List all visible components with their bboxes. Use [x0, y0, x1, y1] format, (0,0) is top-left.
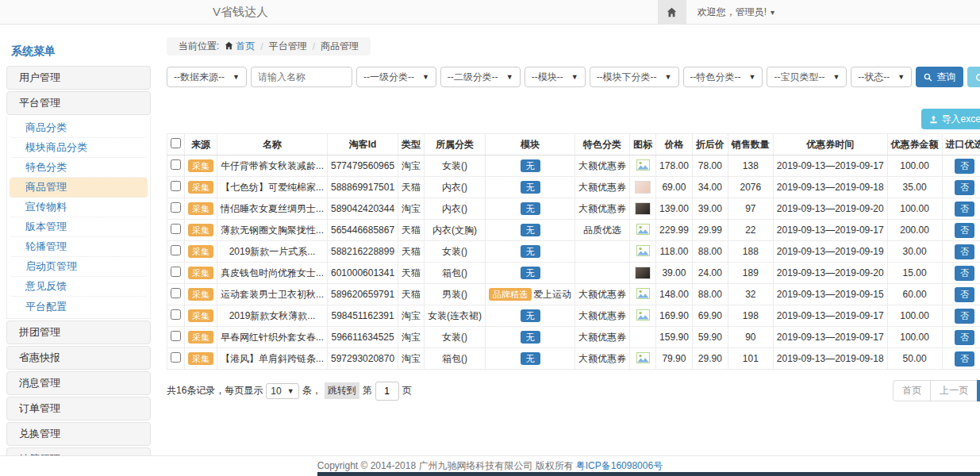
module-badge: 无 — [521, 245, 540, 258]
sidebar-item-商品分类[interactable]: 商品分类 — [10, 118, 148, 138]
sidebar-section-订单管理[interactable]: 订单管理 — [6, 397, 151, 420]
filter-select[interactable]: --状态--▼ — [851, 67, 912, 87]
sidebar-item-模块商品分类[interactable]: 模块商品分类 — [10, 138, 148, 158]
broken-image-icon — [636, 352, 650, 363]
import-toggle-button[interactable]: 否 — [955, 180, 974, 195]
product-thumbnail — [635, 202, 651, 215]
table-row: 采集【港风】单肩斜跨链条...597293020870淘宝箱包()无大额优惠券7… — [167, 348, 980, 370]
column-header-模块: 模块 — [486, 134, 575, 155]
row-checkbox[interactable] — [171, 352, 181, 363]
select-all-header — [167, 134, 185, 155]
row-checkbox[interactable] — [171, 267, 181, 277]
row-checkbox[interactable] — [171, 159, 181, 170]
filter-select[interactable]: --二级分类--▼ — [440, 67, 521, 87]
pager: 首页上一页12下一页末页 — [893, 380, 980, 401]
import-toggle-button[interactable]: 否 — [955, 159, 974, 174]
import-toggle-button[interactable]: 否 — [955, 244, 974, 259]
import-toggle-button[interactable]: 否 — [955, 287, 974, 302]
sidebar-section-消息管理[interactable]: 消息管理 — [6, 371, 151, 395]
sidebar-section-平台管理[interactable]: 平台管理 — [6, 91, 151, 115]
module-name: 爱上运动 — [533, 289, 571, 300]
home-button[interactable] — [658, 0, 686, 24]
filter-select[interactable]: --宝贝类型--▼ — [767, 67, 847, 87]
import-toggle-button[interactable]: 否 — [955, 223, 974, 238]
import-toggle-button[interactable]: 否 — [955, 330, 974, 345]
import-toggle-button[interactable]: 否 — [955, 202, 974, 217]
filter-select[interactable]: --数据来源--▼ — [167, 67, 247, 87]
import-toggle-button[interactable]: 否 — [955, 351, 974, 367]
sidebar-section-用户管理[interactable]: 用户管理 — [6, 66, 151, 90]
import-toggle-button[interactable]: 否 — [955, 266, 974, 281]
reset-button[interactable]: 重置 — [967, 67, 980, 87]
topbar-right: 欢迎您，管理员! ▾ — [658, 0, 786, 24]
search-icon — [924, 73, 932, 82]
sidebar-section-省惠快报[interactable]: 省惠快报 — [6, 346, 151, 370]
sidebar-section-拼团管理[interactable]: 拼团管理 — [6, 321, 151, 344]
jump-button[interactable]: 跳转到 — [325, 382, 359, 399]
sidebar-item-启动页管理[interactable]: 启动页管理 — [10, 257, 148, 277]
sidebar-item-商品管理[interactable]: 商品管理 — [10, 178, 148, 198]
coupon-amount: 100.00 — [887, 305, 942, 327]
import-toggle-button[interactable]: 否 — [955, 309, 974, 324]
coupon-time: 2019-09-13—2019-09-18 — [773, 177, 887, 198]
source-badge: 采集 — [188, 288, 213, 301]
sidebar-item-特色分类[interactable]: 特色分类 — [10, 158, 148, 178]
feature-category: 大额优惠券 — [575, 177, 630, 198]
copyright-text: Copyright © 2014-2018 广州九驰网络科技有限公司 版权所有 — [317, 459, 574, 473]
pagination-info: 共16条记录，每页显示 10 ▼ 条， 跳转到 第 页 — [167, 382, 412, 401]
filter-select[interactable]: --模块--▼ — [525, 67, 586, 87]
sidebar-item-轮播管理[interactable]: 轮播管理 — [10, 237, 148, 257]
row-checkbox[interactable] — [171, 309, 181, 320]
feature-category: 大额优惠券 — [575, 155, 630, 177]
pager-button-1[interactable]: 1 — [977, 380, 980, 401]
product-category: 女装() — [425, 241, 486, 263]
search-button[interactable]: 查询 — [916, 67, 963, 87]
page-number-input[interactable] — [375, 382, 399, 401]
name-input[interactable] — [258, 71, 345, 83]
select-all-checkbox[interactable] — [171, 138, 181, 148]
pager-button-首页[interactable]: 首页 — [893, 380, 931, 401]
module-badge: 无 — [521, 224, 540, 236]
module-badge: 无 — [521, 267, 540, 279]
sidebar-item-宣传物料[interactable]: 宣传物料 — [10, 198, 148, 217]
import-excel-button[interactable]: 导入excel — [921, 109, 980, 129]
taoke-id: 589620659791 — [328, 284, 398, 305]
sidebar-section-兑换管理[interactable]: 兑换管理 — [6, 422, 151, 446]
breadcrumb-home-link[interactable]: 首页 — [225, 40, 255, 53]
module-badge: 无 — [521, 331, 540, 344]
product-category: 女装() — [425, 327, 486, 348]
sidebar-item-平台配置[interactable]: 平台配置 — [10, 297, 148, 317]
filter-select[interactable]: --模块下分类--▼ — [590, 67, 679, 87]
name-search-field[interactable] — [251, 67, 352, 87]
column-header-淘客Id: 淘客Id — [328, 134, 398, 155]
price: 79.90 — [656, 348, 693, 370]
coupon-amount: 15.00 — [887, 263, 942, 284]
row-checkbox[interactable] — [171, 331, 181, 341]
taoke-id: 589042420344 — [328, 198, 398, 220]
column-header-进口优选: 进口优选 — [942, 134, 980, 155]
icon-cell — [630, 241, 656, 263]
bottom-strip — [317, 472, 980, 476]
coupon-amount: 100.00 — [887, 155, 942, 177]
filter-select[interactable]: --特色分类--▼ — [683, 67, 763, 87]
per-page-select[interactable]: 10 ▼ — [266, 383, 298, 399]
product-name: 牛仔背带裤女秋装减龄... — [217, 155, 328, 177]
filter-select[interactable]: --一级分类--▼ — [356, 67, 436, 87]
caret-down-icon: ▼ — [422, 73, 429, 81]
user-menu[interactable]: 欢迎您，管理员! ▾ — [686, 0, 786, 24]
module-badge: 品牌精选 — [489, 288, 532, 301]
row-checkbox[interactable] — [171, 245, 181, 255]
icp-link[interactable]: 粤ICP备16098006号 — [576, 459, 663, 473]
row-checkbox[interactable] — [171, 202, 181, 213]
row-checkbox[interactable] — [171, 288, 181, 298]
product-name: 2019新款一片式系... — [217, 241, 328, 263]
coupon-amount: 100.00 — [887, 198, 942, 220]
pager-button-上一页[interactable]: 上一页 — [930, 380, 978, 401]
sidebar-item-意见反馈[interactable]: 意见反馈 — [10, 277, 148, 297]
product-thumbnail — [635, 181, 651, 194]
row-checkbox[interactable] — [171, 224, 181, 234]
row-checkbox[interactable] — [171, 181, 181, 191]
module-badge: 无 — [521, 352, 540, 365]
sidebar-item-版本管理[interactable]: 版本管理 — [10, 217, 148, 237]
icon-cell — [630, 305, 656, 327]
